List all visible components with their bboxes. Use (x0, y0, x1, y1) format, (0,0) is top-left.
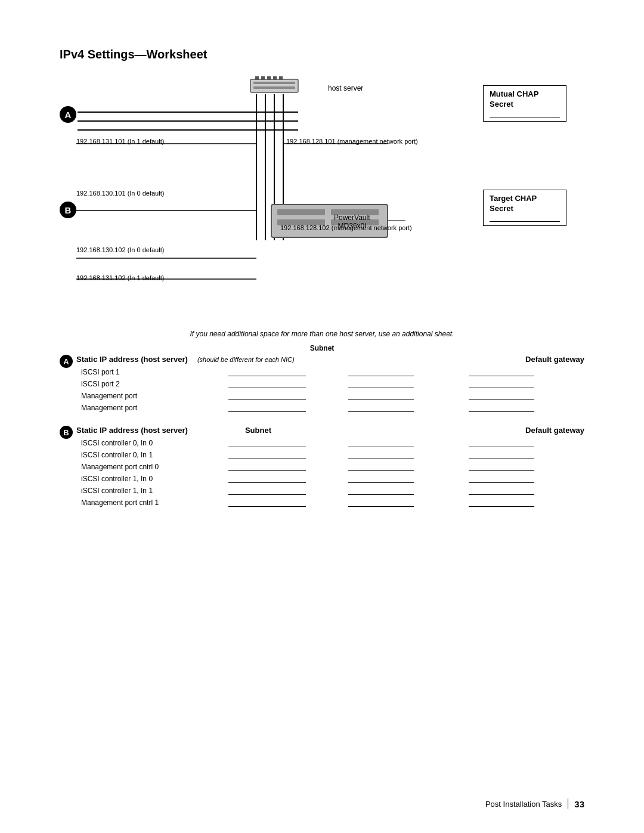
row-ip-field (224, 449, 344, 461)
page-title: IPv4 Settings—Worksheet (60, 48, 584, 61)
table-b: iSCSI controller 0, In 0 iSCSI controlle… (76, 437, 584, 509)
table-row: Management port cntrl 0 (76, 461, 584, 473)
row-gateway-field (464, 378, 584, 390)
mutual-chap-title: Mutual CHAP Secret (490, 89, 560, 110)
row-label: Management port cntrl 1 (76, 497, 224, 509)
row-subnet-field (343, 378, 464, 390)
footer-divider (568, 798, 568, 809)
page: IPv4 Settings—Worksheet (0, 0, 644, 833)
row-label: iSCSI port 2 (76, 378, 224, 390)
row-subnet-field (343, 437, 464, 449)
svg-rect-23 (261, 76, 265, 80)
table-row: iSCSI controller 0, In 0 (76, 437, 584, 449)
gateway-label-b: Default gateway (525, 426, 584, 435)
row-subnet-field (343, 366, 464, 378)
host-server-label: host server (328, 84, 363, 92)
subnet-header-top: Subnet (60, 344, 584, 352)
row-subnet-field (343, 485, 464, 497)
circle-b-section: B (60, 426, 73, 439)
mutual-chap-box: Mutual CHAP Secret (483, 85, 566, 122)
table-row: iSCSI port 1 (76, 366, 584, 378)
row-label: iSCSI port 1 (76, 366, 224, 378)
table-row: Management port (76, 390, 584, 402)
row-subnet-field (343, 390, 464, 402)
section-a-header: Static IP address (host server) (76, 355, 188, 364)
row-label: iSCSI controller 1, In 1 (76, 485, 224, 497)
row-gateway-field (464, 437, 584, 449)
svg-rect-19 (250, 79, 298, 92)
section-a-table: Subnet A Static IP address (host server)… (60, 344, 584, 414)
circle-a-section: A (60, 355, 73, 368)
nic-note: (should be different for each NIC) (197, 356, 295, 363)
row-gateway-field (464, 366, 584, 378)
ip-label-1: 192.168.128.101 (management network port… (286, 138, 418, 145)
row-subnet-field (343, 402, 464, 414)
row-ip-field (224, 473, 344, 485)
table-row: Management port (76, 402, 584, 414)
row-gateway-field (464, 402, 584, 414)
row-ip-field (224, 461, 344, 473)
row-label: iSCSI controller 0, In 1 (76, 449, 224, 461)
row-label: Management port (76, 390, 224, 402)
ip-label-4: 192.168.128.102 (management network port… (280, 224, 412, 231)
row-ip-field (224, 378, 344, 390)
row-ip-field (224, 390, 344, 402)
row-subnet-field (343, 473, 464, 485)
section-b-table: B Static IP address (host server) Subnet… (60, 426, 584, 509)
row-gateway-field (464, 390, 584, 402)
svg-rect-24 (267, 76, 271, 80)
row-ip-field (224, 437, 344, 449)
row-ip-field (224, 402, 344, 414)
footer-text: Post Installation Tasks (485, 800, 562, 809)
row-ip-field (224, 485, 344, 497)
footer: Post Installation Tasks 33 (485, 798, 584, 809)
target-chap-title: Target CHAP Secret (490, 194, 560, 214)
svg-rect-20 (253, 82, 295, 84)
row-subnet-field (343, 449, 464, 461)
table-a: iSCSI port 1 iSCSI port 2 Management por… (76, 366, 584, 414)
row-ip-field (224, 366, 344, 378)
network-diagram: A B host server Mutual CHAP Secret Targe… (60, 73, 584, 324)
gateway-label-a: Default gateway (525, 355, 584, 364)
svg-rect-26 (279, 76, 283, 80)
ip-label-5: 192.168.131.102 (In 1 default) (76, 274, 164, 281)
row-label: Management port (76, 402, 224, 414)
svg-rect-25 (273, 76, 277, 80)
row-gateway-field (464, 473, 584, 485)
row-label: iSCSI controller 1, In 0 (76, 473, 224, 485)
row-gateway-field (464, 449, 584, 461)
row-label: iSCSI controller 0, In 0 (76, 437, 224, 449)
additional-space-note: If you need additional space for more th… (60, 330, 584, 338)
row-label: Management port cntrl 0 (76, 461, 224, 473)
svg-rect-22 (255, 76, 259, 80)
row-gateway-field (464, 485, 584, 497)
row-ip-field (224, 497, 344, 509)
table-row: Management port cntrl 1 (76, 497, 584, 509)
table-row: iSCSI port 2 (76, 378, 584, 390)
row-subnet-field (343, 461, 464, 473)
target-chap-box: Target CHAP Secret (483, 190, 566, 226)
table-row: iSCSI controller 0, In 1 (76, 449, 584, 461)
svg-rect-21 (253, 86, 295, 89)
section-b-header: Static IP address (host server) (76, 426, 188, 435)
row-gateway-field (464, 497, 584, 509)
row-subnet-field (343, 497, 464, 509)
svg-rect-14 (277, 209, 325, 215)
table-row: iSCSI controller 1, In 0 (76, 473, 584, 485)
row-gateway-field (464, 461, 584, 473)
subnet-label-b: Subnet (245, 426, 271, 435)
circle-label-b: B (60, 202, 76, 218)
page-number: 33 (574, 799, 584, 809)
ip-label-3: 192.168.130.102 (In 0 default) (76, 246, 164, 253)
ip-label-2: 192.168.130.101 (In 0 default) (76, 190, 164, 197)
ip-label-0: 192.168.131.101 (In 1 default) (76, 138, 164, 145)
table-row: iSCSI controller 1, In 1 (76, 485, 584, 497)
circle-label-a: A (60, 106, 76, 123)
